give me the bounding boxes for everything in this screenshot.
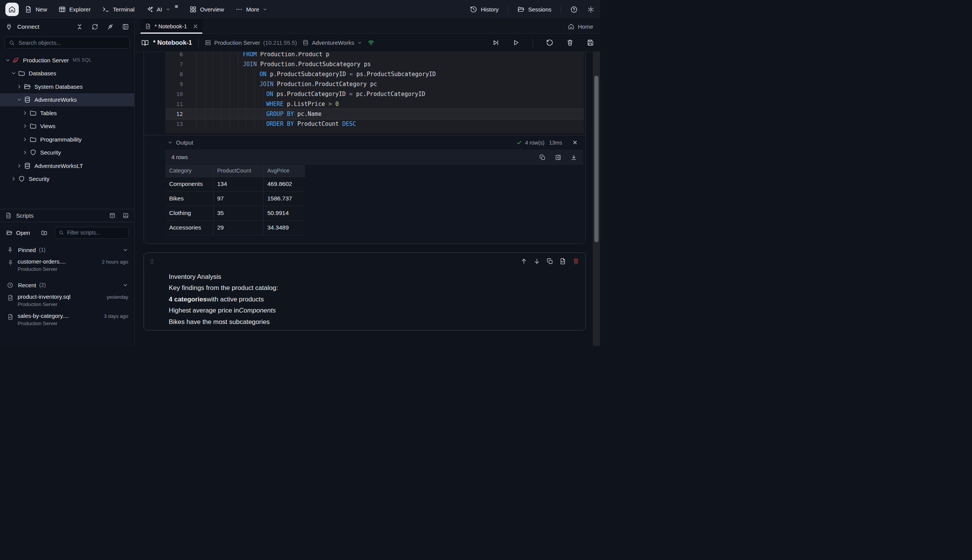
script-item-customer-orders[interactable]: customer-orders....2 hours agoProduction… bbox=[0, 255, 134, 275]
table-cell[interactable]: 134 bbox=[213, 177, 263, 191]
refresh-icon[interactable] bbox=[92, 23, 99, 30]
chevron-down-icon[interactable] bbox=[122, 247, 128, 253]
group-label: Recent bbox=[18, 282, 36, 288]
chevron-right-icon[interactable] bbox=[15, 84, 23, 90]
nav-terminal[interactable]: Terminal bbox=[102, 6, 135, 13]
chevron-down-icon[interactable] bbox=[122, 282, 128, 288]
database-icon bbox=[302, 39, 309, 46]
column-header-productcount[interactable]: ProductCount bbox=[213, 165, 263, 177]
pin-icon bbox=[7, 247, 13, 253]
table-row-bikes: Bikes971586.737 bbox=[165, 191, 305, 206]
tree-row-adventureworkslt[interactable]: AdventureWorksLT bbox=[0, 159, 134, 173]
disconnect-icon[interactable] bbox=[107, 23, 114, 30]
group-label: Pinned bbox=[18, 247, 36, 253]
tab-notebook-1[interactable]: * Notebook-1 bbox=[140, 19, 202, 34]
script-item-product-inventory-sql[interactable]: product-inventory.sqlyesterdayProduction… bbox=[0, 291, 134, 310]
script-item-sales-by-category[interactable]: sales-by-category....3 days agoProductio… bbox=[0, 310, 134, 329]
table-cell[interactable]: Bikes bbox=[165, 191, 213, 206]
chevron-down-icon[interactable] bbox=[15, 97, 23, 103]
delete-cell-icon[interactable] bbox=[573, 258, 580, 265]
table-cell[interactable]: 469.8602 bbox=[263, 177, 305, 191]
output-collapse-icon[interactable] bbox=[168, 140, 173, 145]
nav-new[interactable]: New bbox=[25, 6, 47, 13]
folder-open-icon bbox=[6, 230, 13, 236]
home-link[interactable]: Home bbox=[568, 19, 593, 34]
code-line-8: 8ON p.ProductSubcategoryID = ps.ProductS… bbox=[165, 69, 584, 79]
script-timestamp: 3 days ago bbox=[100, 313, 128, 319]
panel-collapse-up-icon[interactable] bbox=[109, 212, 115, 219]
filter-scripts-input[interactable] bbox=[67, 230, 125, 236]
help-icon[interactable] bbox=[570, 6, 578, 13]
chevron-right-icon[interactable] bbox=[10, 176, 17, 182]
table-cell[interactable]: 35 bbox=[213, 206, 263, 220]
table-cell[interactable]: 34.3489 bbox=[263, 220, 305, 235]
drag-handle-icon[interactable] bbox=[149, 258, 155, 265]
chevron-down-icon[interactable] bbox=[10, 70, 17, 76]
tree-row-databases[interactable]: Databases bbox=[0, 67, 134, 80]
save-icon[interactable] bbox=[587, 39, 594, 46]
chevron-right-icon[interactable] bbox=[21, 123, 29, 129]
table-cell[interactable]: Clothing bbox=[165, 206, 213, 220]
chevron-right-icon[interactable] bbox=[21, 137, 29, 142]
nav-more[interactable]: More bbox=[235, 6, 267, 13]
tree-row-programmability[interactable]: Programmability bbox=[0, 133, 134, 146]
folder-icon bbox=[30, 136, 37, 143]
column-header-avgprice[interactable]: AvgPrice bbox=[263, 165, 305, 177]
search-icon bbox=[9, 40, 15, 46]
table-cell[interactable]: Components bbox=[165, 177, 213, 191]
convert-to-code-icon[interactable] bbox=[559, 258, 566, 265]
table-cell[interactable]: 97 bbox=[213, 191, 263, 206]
line-number: 9 bbox=[165, 81, 183, 87]
tab-close-icon[interactable] bbox=[192, 23, 199, 30]
run-all-icon[interactable] bbox=[492, 39, 499, 46]
tree-row-system-databases[interactable]: System Databases bbox=[0, 80, 134, 93]
chevron-right-icon[interactable] bbox=[15, 163, 23, 169]
open-in-panel-icon[interactable] bbox=[555, 154, 561, 161]
duplicate-cell-icon[interactable] bbox=[546, 258, 553, 265]
table-cell[interactable]: 29 bbox=[213, 220, 263, 235]
collapse-all-icon[interactable] bbox=[76, 23, 83, 30]
server-icon bbox=[205, 39, 211, 46]
history-button[interactable]: History bbox=[470, 6, 499, 13]
sessions-button[interactable]: Sessions bbox=[518, 6, 551, 13]
settings-gear-icon[interactable] bbox=[587, 6, 595, 13]
reset-icon[interactable] bbox=[546, 39, 553, 46]
chevron-down-icon[interactable] bbox=[4, 57, 12, 63]
database-selector[interactable]: AdventureWorks bbox=[302, 39, 362, 46]
nav-ai[interactable]: AI bbox=[146, 5, 178, 14]
results-table: CategoryProductCountAvgPrice Components1… bbox=[165, 165, 305, 235]
delete-icon[interactable] bbox=[566, 39, 574, 46]
download-results-icon[interactable] bbox=[571, 154, 577, 161]
column-header-category[interactable]: Category bbox=[165, 165, 213, 177]
tree-row-views[interactable]: Views bbox=[0, 120, 134, 133]
nav-explorer[interactable]: Explorer bbox=[58, 6, 91, 13]
main-scrollbar-thumb[interactable] bbox=[594, 76, 598, 242]
open-script-button[interactable]: Open bbox=[6, 230, 30, 236]
run-icon[interactable] bbox=[513, 39, 520, 46]
move-up-icon[interactable] bbox=[521, 258, 527, 265]
script-group-pinned[interactable]: Pinned(1) bbox=[0, 244, 134, 255]
search-objects-input[interactable] bbox=[18, 39, 125, 46]
table-row-components: Components134469.8602 bbox=[165, 177, 305, 191]
panel-collapse-icon[interactable] bbox=[122, 23, 129, 30]
table-cell[interactable]: 1586.737 bbox=[263, 191, 305, 206]
move-down-icon[interactable] bbox=[533, 258, 540, 265]
chevron-right-icon[interactable] bbox=[21, 110, 29, 116]
panel-expand-down-icon[interactable] bbox=[122, 212, 129, 219]
tree-row-security[interactable]: Security bbox=[0, 173, 134, 186]
copy-results-icon[interactable] bbox=[539, 154, 546, 161]
nav-overview[interactable]: Overview bbox=[189, 6, 224, 13]
tree-row-production-server[interactable]: Production ServerMS SQL bbox=[0, 53, 134, 67]
new-folder-icon[interactable] bbox=[41, 230, 47, 236]
home-button[interactable] bbox=[5, 3, 19, 16]
tree-row-adventureworks[interactable]: AdventureWorks bbox=[0, 93, 134, 107]
table-cell[interactable]: Accessories bbox=[165, 220, 213, 235]
chevron-right-icon[interactable] bbox=[21, 150, 29, 155]
row-count-status: 4 row(s) bbox=[525, 140, 544, 146]
sql-editor[interactable]: 6FROM Production.Product p7JOIN Producti… bbox=[165, 52, 584, 133]
script-group-recent[interactable]: Recent(2) bbox=[0, 279, 134, 291]
close-output-icon[interactable] bbox=[572, 140, 578, 145]
tree-row-security[interactable]: Security bbox=[0, 146, 134, 160]
tree-row-tables[interactable]: Tables bbox=[0, 106, 134, 120]
table-cell[interactable]: 50.9914 bbox=[263, 206, 305, 220]
